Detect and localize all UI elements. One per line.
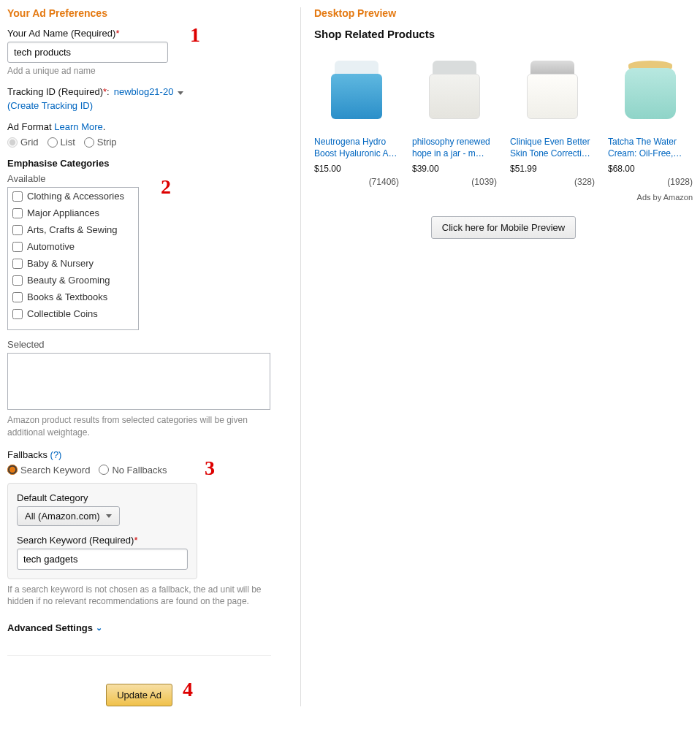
product-name[interactable]: philosophy renewed hope in a jar - m…	[412, 137, 497, 159]
category-item[interactable]: Baby & Nursery	[8, 255, 138, 272]
search-keyword-input[interactable]	[17, 549, 188, 570]
product-grid: Neutrogena Hydro Boost Hyaluronic A… $15…	[314, 47, 693, 187]
advanced-settings-toggle[interactable]: Advanced Settings ⌄	[7, 622, 271, 633]
product-price: $51.99	[510, 164, 595, 174]
product-count: (1928)	[608, 177, 693, 187]
radio-list[interactable]: List	[47, 137, 75, 148]
chevron-expand-icon: ⌄	[96, 623, 102, 633]
product-name[interactable]: Tatcha The Water Cream: Oil-Free,…	[608, 137, 693, 159]
product-card[interactable]: philosophy renewed hope in a jar - m… $3…	[412, 47, 497, 187]
product-card[interactable]: Neutrogena Hydro Boost Hyaluronic A… $15…	[314, 47, 399, 187]
product-card[interactable]: Tatcha The Water Cream: Oil-Free,… $68.0…	[608, 47, 693, 187]
chevron-down-icon	[106, 514, 112, 518]
default-category-label: Default Category	[17, 492, 188, 503]
ad-name-input[interactable]	[7, 42, 168, 63]
chevron-down-icon	[178, 91, 183, 95]
search-keyword-label: Search Keyword (Required)*	[17, 535, 188, 546]
category-item[interactable]: Arts, Crafts & Sewing	[8, 221, 138, 238]
ads-by-label[interactable]: Ads by Amazon	[314, 193, 693, 202]
product-image	[412, 47, 497, 132]
selected-label: Selected	[7, 339, 271, 350]
annotation-1: 1	[190, 23, 200, 47]
tracking-id-dropdown[interactable]: newblog21-20	[114, 86, 183, 97]
fallbacks-title: Fallbacks	[7, 449, 47, 460]
product-image	[608, 47, 693, 132]
product-count: (328)	[510, 177, 595, 187]
product-price: $68.00	[608, 164, 693, 174]
ad-format-radios: Grid List Strip	[7, 137, 271, 148]
category-item[interactable]: Clothing & Accessories	[8, 188, 138, 205]
product-image	[510, 47, 595, 132]
product-price: $15.00	[314, 164, 399, 174]
annotation-3: 3	[205, 457, 215, 480]
category-item[interactable]: Collectible Coins	[8, 305, 138, 322]
emphasise-title: Emphasise Categories	[7, 158, 271, 169]
ad-name-label: Your Ad Name (Required)*	[7, 28, 271, 39]
product-name[interactable]: Clinique Even Better Skin Tone Correcti…	[510, 137, 595, 159]
selected-categories-list[interactable]	[7, 353, 270, 410]
product-count: (71406)	[314, 177, 399, 187]
radio-grid[interactable]: Grid	[7, 137, 39, 148]
category-item[interactable]: Books & Textbooks	[8, 289, 138, 305]
product-card[interactable]: Clinique Even Better Skin Tone Correcti……	[510, 47, 595, 187]
fallback-note: If a search keyword is not chosen as a f…	[7, 584, 271, 608]
available-label: Available	[7, 173, 271, 184]
radio-search-keyword[interactable]: Search Keyword	[7, 465, 90, 476]
tracking-label: Tracking ID (Required)*:	[7, 86, 110, 97]
product-image	[314, 47, 399, 132]
left-header: Your Ad Preferences	[7, 7, 271, 19]
ad-format-label: Ad Format	[7, 121, 52, 132]
mobile-preview-button[interactable]: Click here for Mobile Preview	[431, 216, 576, 239]
category-item[interactable]: Major Appliances	[8, 205, 138, 221]
ad-format-learn-more[interactable]: Learn More	[54, 121, 102, 132]
available-categories-list[interactable]: Clothing & Accessories Major Appliances …	[7, 187, 139, 330]
right-header: Desktop Preview	[314, 7, 693, 19]
update-ad-button[interactable]: Update Ad	[106, 684, 172, 706]
product-price: $39.00	[412, 164, 497, 174]
fallbacks-help-icon[interactable]: (?)	[50, 449, 62, 460]
ad-name-help: Add a unique ad name	[7, 66, 271, 76]
product-count: (1039)	[412, 177, 497, 187]
create-tracking-link[interactable]: (Create Tracking ID)	[7, 100, 93, 111]
product-name[interactable]: Neutrogena Hydro Boost Hyaluronic A…	[314, 137, 399, 159]
radio-no-fallbacks[interactable]: No Fallbacks	[99, 465, 167, 476]
default-category-select[interactable]: All (Amazon.com)	[17, 506, 120, 526]
category-item[interactable]: Automotive	[8, 238, 138, 255]
radio-strip[interactable]: Strip	[84, 137, 117, 148]
category-item[interactable]: Beauty & Grooming	[8, 272, 138, 289]
emphasise-note: Amazon product results from selected cat…	[7, 414, 271, 439]
annotation-2: 2	[161, 175, 171, 199]
annotation-4: 4	[183, 678, 193, 701]
preview-subtitle: Shop Related Products	[314, 28, 693, 40]
